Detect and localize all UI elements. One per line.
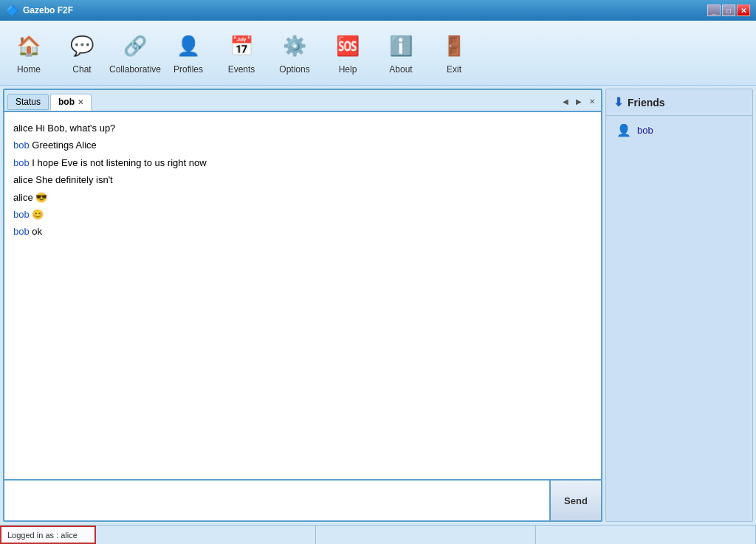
msg-text: ok bbox=[30, 226, 42, 237]
collaborative-icon: 🔗 bbox=[120, 32, 150, 61]
chat-message: alice She definitely isn't bbox=[13, 171, 592, 188]
friends-title: Friends bbox=[628, 97, 665, 109]
tabs-nav: ◀ ▶ ✕ bbox=[560, 96, 598, 108]
tab-status[interactable]: Status bbox=[7, 94, 49, 110]
close-button[interactable]: ✕ bbox=[737, 4, 750, 16]
exit-icon: 🚪 bbox=[439, 32, 469, 61]
toolbar-btn-events[interactable]: 📅 Events bbox=[216, 24, 267, 82]
friends-list: 👤bob bbox=[606, 116, 752, 145]
maximize-button[interactable]: □ bbox=[722, 4, 735, 16]
msg-text: I hope Eve is not listening to us right … bbox=[30, 157, 207, 168]
msg-sender: alice bbox=[13, 192, 33, 203]
friends-panel: ⬇ Friends 👤bob bbox=[605, 89, 753, 522]
tab-status-label: Status bbox=[16, 97, 41, 107]
msg-text: Hi Bob, what's up? bbox=[33, 123, 116, 134]
toolbar-btn-exit[interactable]: 🚪 Exit bbox=[428, 24, 480, 82]
toolbar-btn-options[interactable]: ⚙️ Options bbox=[269, 24, 320, 82]
status-segment-4 bbox=[536, 526, 756, 544]
events-label: Events bbox=[228, 64, 255, 75]
profiles-icon: 👤 bbox=[173, 32, 203, 61]
tabs-bar: Statusbob✕ ◀ ▶ ✕ bbox=[4, 90, 601, 112]
friends-header: ⬇ Friends bbox=[606, 89, 752, 116]
toolbar-btn-chat[interactable]: 💬 Chat bbox=[56, 24, 108, 82]
msg-text: Greetings Alice bbox=[30, 140, 97, 151]
chat-message: bob ok bbox=[13, 223, 592, 240]
chat-messages: alice Hi Bob, what's up?bob Greetings Al… bbox=[4, 112, 601, 479]
about-label: About bbox=[389, 64, 412, 75]
home-label: Home bbox=[17, 64, 41, 75]
toolbar-btn-about[interactable]: ℹ️ About bbox=[375, 24, 427, 82]
chat-message: bob I hope Eve is not listening to us ri… bbox=[13, 154, 592, 171]
tab-bob-label: bob bbox=[58, 97, 75, 107]
chat-input-area: Send bbox=[4, 479, 601, 520]
msg-sender: bob bbox=[13, 226, 30, 237]
tabs-nav-prev[interactable]: ◀ bbox=[560, 96, 571, 108]
tab-bob-close[interactable]: ✕ bbox=[78, 98, 83, 106]
collaborative-label: Collaborative bbox=[109, 64, 161, 75]
chat-message: alice Hi Bob, what's up? bbox=[13, 120, 592, 137]
logged-in-status: Logged in as : alice bbox=[0, 526, 96, 544]
friends-arrow-icon: ⬇ bbox=[614, 95, 623, 109]
status-segment-2 bbox=[96, 526, 316, 544]
about-icon: ℹ️ bbox=[386, 32, 416, 61]
msg-sender: bob bbox=[13, 209, 30, 220]
chat-icon: 💬 bbox=[67, 32, 97, 61]
status-segment-3 bbox=[316, 526, 536, 544]
titlebar-left: 🔷 Gazebo F2F bbox=[6, 4, 73, 16]
msg-text: 😎 bbox=[33, 192, 48, 203]
toolbar-btn-help[interactable]: 🆘 Help bbox=[322, 24, 374, 82]
statusbar: Logged in as : alice bbox=[0, 525, 756, 544]
toolbar: 🏠 Home 💬 Chat 🔗 Collaborative 👤 Profiles… bbox=[0, 21, 756, 86]
msg-sender: bob bbox=[13, 157, 30, 168]
chat-label: Chat bbox=[72, 64, 91, 75]
send-button[interactable]: Send bbox=[549, 481, 601, 520]
chat-input[interactable] bbox=[4, 481, 549, 520]
app-title: Gazebo F2F bbox=[23, 5, 73, 16]
titlebar-controls: _ □ ✕ bbox=[707, 4, 750, 16]
msg-text: She definitely isn't bbox=[33, 174, 113, 185]
titlebar: 🔷 Gazebo F2F _ □ ✕ bbox=[0, 0, 756, 21]
toolbar-btn-collaborative[interactable]: 🔗 Collaborative bbox=[109, 24, 161, 82]
home-icon: 🏠 bbox=[14, 32, 44, 61]
chat-message: bob Greetings Alice bbox=[13, 137, 592, 154]
help-icon: 🆘 bbox=[333, 32, 362, 61]
options-label: Options bbox=[279, 64, 309, 75]
profiles-label: Profiles bbox=[173, 64, 203, 75]
app-icon: 🔷 bbox=[6, 4, 18, 16]
friend-bob[interactable]: 👤bob bbox=[612, 120, 746, 140]
help-label: Help bbox=[339, 64, 357, 75]
friend-icon: 👤 bbox=[616, 123, 631, 137]
main-area: Statusbob✕ ◀ ▶ ✕ alice Hi Bob, what's up… bbox=[0, 86, 756, 525]
options-icon: ⚙️ bbox=[280, 32, 309, 61]
events-icon: 📅 bbox=[227, 32, 256, 61]
msg-sender: alice bbox=[13, 174, 33, 185]
tabs-nav-next[interactable]: ▶ bbox=[573, 96, 585, 108]
toolbar-btn-profiles[interactable]: 👤 Profiles bbox=[162, 24, 214, 82]
chat-panel: Statusbob✕ ◀ ▶ ✕ alice Hi Bob, what's up… bbox=[3, 89, 602, 522]
tab-bob[interactable]: bob✕ bbox=[50, 94, 92, 111]
chat-message: bob 😊 bbox=[13, 206, 592, 223]
toolbar-btn-home[interactable]: 🏠 Home bbox=[3, 24, 55, 82]
msg-sender: alice bbox=[13, 123, 33, 134]
msg-sender: bob bbox=[13, 140, 30, 151]
friend-name: bob bbox=[637, 125, 653, 136]
chat-message: alice 😎 bbox=[13, 189, 592, 206]
tabs-nav-close[interactable]: ✕ bbox=[586, 96, 598, 108]
msg-text: 😊 bbox=[30, 209, 44, 220]
exit-label: Exit bbox=[447, 64, 461, 75]
minimize-button[interactable]: _ bbox=[707, 4, 721, 16]
